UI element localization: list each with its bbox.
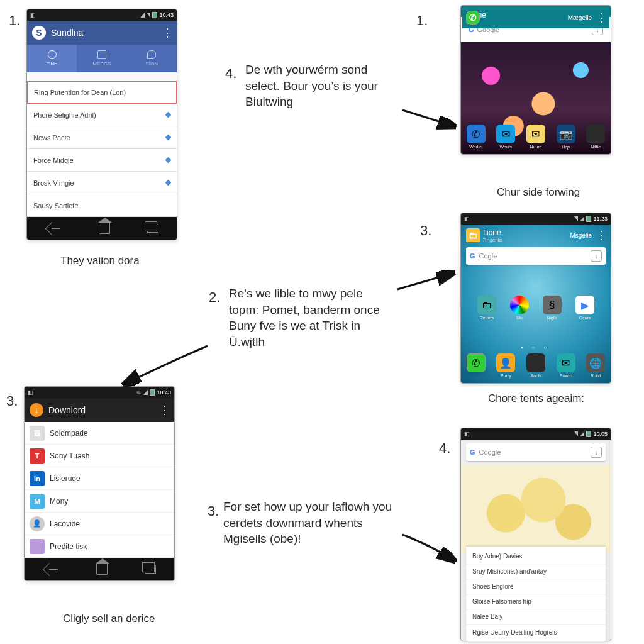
app-contacts[interactable]: 👤Purry — [494, 353, 517, 378]
overflow-menu-icon[interactable]: ⋮ — [596, 228, 606, 242]
app-label: Hop — [562, 145, 570, 149]
thumbnail-icon: M — [30, 494, 45, 509]
avatar-icon: 👤 — [30, 516, 45, 531]
list-item-label: Phore Sélighie Adril) — [33, 111, 96, 119]
instruction-4: De wth yourwérm sond select. Bour you’s … — [245, 62, 402, 110]
app-row-1: 🗀Reunrs Mo §Niglis ▶Ocors — [461, 296, 611, 320]
download-item[interactable]: 👤Lacovide — [25, 513, 174, 535]
app-calc[interactable]: §Niglis — [541, 296, 564, 320]
tab-icon — [147, 50, 156, 59]
caption-phone1: They vaiion dora — [60, 255, 140, 267]
tab-3[interactable]: SION — [127, 45, 177, 72]
voice-search-icon[interactable]: ↓ — [591, 447, 602, 458]
wifi-small-icon: ⋐ — [136, 389, 142, 396]
download-label: Lacovide — [50, 519, 80, 528]
back-button[interactable] — [45, 223, 62, 234]
app-messages[interactable]: ✉Powrc — [555, 353, 577, 378]
app-folder[interactable]: 🗀Reunrs — [475, 296, 498, 320]
list-item[interactable]: Brosk Vimgie — [27, 172, 177, 194]
notif-icon: ◧ — [464, 216, 470, 222]
overflow-menu-icon[interactable]: ⋮ — [596, 11, 606, 25]
suggestion-item[interactable]: Sruy Mishcone.) and'antay — [466, 564, 606, 579]
phone-icon: ✆ — [467, 353, 486, 372]
app-title: Sundlna — [51, 28, 83, 38]
app-browser[interactable]: 🌐Rohti — [584, 353, 607, 378]
battery-icon — [150, 389, 155, 396]
suggestion-item[interactable]: Shoes Englore — [466, 579, 606, 594]
instruction-3: For set how up your laflowh you cerdets … — [223, 499, 393, 547]
download-item[interactable]: MMony — [25, 490, 174, 513]
app-gallery[interactable]: Mo — [508, 296, 531, 320]
app-messages[interactable]: ✉Wouts — [494, 125, 517, 149]
overflow-menu-icon[interactable]: ⋮ — [162, 26, 172, 40]
status-time: 10.43 — [159, 12, 174, 18]
tab-1[interactable]: Tible — [27, 45, 77, 72]
list-item[interactable]: Sausy Sartlete — [27, 194, 177, 217]
list-item[interactable]: News Pacte — [27, 126, 177, 149]
app-label: Powrc — [560, 374, 572, 378]
signal-icon — [580, 431, 584, 436]
phone-app-icon[interactable]: ✆ — [466, 11, 480, 25]
tab-2[interactable]: MECGS — [77, 45, 126, 72]
app-phone[interactable]: ✆Walone — [465, 353, 487, 378]
home-button[interactable] — [96, 564, 108, 575]
app-play[interactable]: ▶Ocors — [574, 296, 596, 320]
search-bar[interactable]: G Cogle ↓ — [466, 247, 606, 265]
list-item[interactable]: Phore Sélighie Adril) — [27, 104, 177, 126]
app-label: Nuure — [530, 145, 541, 149]
search-bar[interactable]: G Coogle ↓ — [466, 443, 606, 461]
app-camera[interactable]: 📷Hop — [555, 125, 577, 149]
calculator-icon: § — [543, 296, 562, 314]
app-mail[interactable]: ✉Nuure — [525, 125, 547, 149]
suggestion-item[interactable]: Rgise Ueurry Dealling Hogrels — [466, 625, 606, 640]
wallpaper: ✆Wedlel ✉Wouts ✉Nuure 📷Hop Nittie — [461, 42, 611, 154]
signal-icon — [143, 390, 148, 395]
app-drawer[interactable]: Nittie — [584, 125, 607, 149]
tab-icon — [97, 50, 106, 59]
download-item[interactable]: inLislerude — [25, 467, 174, 490]
suggestion-item[interactable]: Gloise Falsomers hip — [466, 594, 606, 609]
recents-button[interactable] — [147, 224, 158, 233]
status-bar: ◧ 10.43 — [27, 9, 177, 21]
contacts-icon: 👤 — [496, 353, 515, 372]
back-button[interactable] — [43, 564, 59, 575]
thumbnail-icon: in — [30, 471, 45, 486]
search-placeholder: Cogle — [479, 252, 587, 260]
suggestion-item[interactable]: Buy Adne) Davies — [466, 549, 606, 564]
caption-download: Cligly sell an derice — [63, 613, 155, 625]
widget-right-label: Msgelie — [570, 232, 592, 239]
voice-search-icon[interactable]: ↓ — [591, 250, 602, 262]
download-item[interactable]: 🖼Soldmpade — [25, 422, 174, 445]
list-item-highlighted[interactable]: Ring Putention for Dean (Lon) — [27, 81, 177, 104]
app-label: Reunrs — [480, 316, 494, 320]
phone-1: ◧ 10.43 S Sundlna ⋮ Tible MECGS SION Rin… — [26, 9, 177, 240]
suggestion-item[interactable]: Nalee Baly — [466, 609, 606, 625]
action-bar: S Sundlna ⋮ — [27, 21, 177, 45]
app-drawer[interactable]: Aacls — [525, 353, 547, 378]
list-item-label: Ring Putention for Dean (Lon) — [34, 89, 126, 96]
caption-home1: Chur side forwing — [497, 186, 580, 199]
overflow-menu-icon[interactable]: ⋮ — [159, 403, 169, 417]
list-item[interactable]: Force Midgle — [27, 149, 177, 172]
notif-icon: ◧ — [28, 389, 33, 396]
tab-label: SION — [146, 61, 158, 67]
gallery-icon — [510, 296, 529, 314]
folder-icon[interactable]: 🗀 — [466, 228, 480, 242]
download-item[interactable]: TSony Tuash — [25, 445, 174, 467]
download-item[interactable]: Predite tisk — [25, 535, 174, 558]
list-item-label: Force Midgle — [33, 157, 74, 164]
home-button[interactable] — [99, 223, 110, 234]
card-body: G Coogle ↓ Buy Adne) Davies Sruy Mishcon… — [461, 440, 611, 641]
download-label: Predite tisk — [50, 542, 87, 551]
app-label: Mo — [516, 316, 523, 320]
app-title: Downlord — [48, 405, 86, 415]
search-placeholder: Coogle — [479, 448, 587, 456]
phone-download: ◧ ⋐10:43 ↓ Downlord ⋮ 🖼Soldmpade TSony T… — [24, 386, 175, 581]
app-phone[interactable]: ✆Wedlel — [465, 125, 487, 149]
apps-grid-icon — [586, 125, 605, 143]
suggestion-card: Buy Adne) Davies Sruy Mishcone.) and'ant… — [466, 547, 606, 641]
recents-button[interactable] — [145, 565, 156, 574]
wifi-icon — [147, 13, 150, 18]
app-logo-icon: S — [32, 26, 46, 40]
google-logo-icon: G — [470, 448, 475, 456]
